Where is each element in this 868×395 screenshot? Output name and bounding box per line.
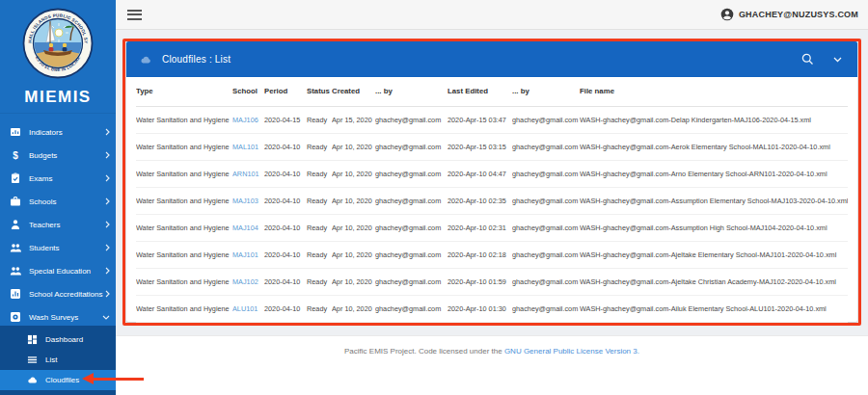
cell-status: Ready xyxy=(307,295,332,322)
dashboard-icon xyxy=(27,334,38,345)
column-header-created-by: ... by xyxy=(375,77,448,106)
collapse-panel-button[interactable] xyxy=(833,57,842,63)
submenu-item-label: List xyxy=(45,356,57,364)
account-circle-icon xyxy=(720,8,734,21)
seal-logo-icon: MARSHALL ISLANDS PUBLIC SCHOOL SYSTEM EJ… xyxy=(22,8,94,79)
table-row[interactable]: Water Sanitation and Hygiene MAJ101 2020… xyxy=(136,241,848,268)
chevron-right-icon xyxy=(105,290,110,298)
column-header-edited-by: ... by xyxy=(512,77,580,106)
cell-edited-by: ghachey@gmail.com xyxy=(512,268,580,295)
sidebar-item-special-education[interactable]: Special Education xyxy=(0,259,116,282)
cell-school-link[interactable]: ALU101 xyxy=(232,295,264,322)
menu-toggle-button[interactable] xyxy=(127,10,142,20)
sidebar: MARSHALL ISLANDS PUBLIC SCHOOL SYSTEM EJ… xyxy=(0,0,116,395)
sidebar-nav: Indicators $ Budgets Exams Schools Teach… xyxy=(0,120,116,329)
cell-file-name: WASH-ghachey@gmail.com-Assumption High S… xyxy=(580,214,848,241)
cell-type: Water Sanitation and Hygiene xyxy=(136,160,232,187)
cell-school-link[interactable]: MAL101 xyxy=(232,133,264,160)
sidebar-item-label: Budgets xyxy=(29,151,57,160)
cell-type: Water Sanitation and Hygiene xyxy=(136,295,232,322)
cell-edited-by: ghachey@gmail.com xyxy=(512,187,580,214)
cloud-icon xyxy=(27,375,38,385)
school-system-seal: MARSHALL ISLANDS PUBLIC SCHOOL SYSTEM EJ… xyxy=(0,0,116,79)
submenu-item-cloudfiles[interactable]: Cloudfiles xyxy=(0,370,116,390)
cell-edited-by: ghachey@gmail.com xyxy=(512,133,580,160)
cell-last-edited: 2020-Apr-10 01:59 xyxy=(448,268,512,295)
cell-period: 2020-04-10 xyxy=(264,295,307,322)
cell-status: Ready xyxy=(307,106,332,133)
chevron-right-icon xyxy=(105,244,110,251)
cell-edited-by: ghachey@gmail.com xyxy=(512,241,580,268)
table-row[interactable]: Water Sanitation and Hygiene MAJ104 2020… xyxy=(136,214,848,241)
cell-created: Apr 10, 2020 xyxy=(332,241,375,268)
sidebar-item-school-accreditations[interactable]: School Accreditations xyxy=(0,282,116,305)
cell-period: 2020-04-15 xyxy=(264,106,307,133)
panel-title: Cloudfiles : List xyxy=(162,54,231,65)
cell-created-by: ghachey@gmail.com xyxy=(375,268,448,295)
cell-school-link[interactable]: MAJ103 xyxy=(232,187,264,214)
sidebar-item-exams[interactable]: Exams xyxy=(0,167,116,190)
cloudfiles-table: Type School Period Status Created ... by… xyxy=(136,77,848,323)
table-row[interactable]: Water Sanitation and Hygiene ARN101 2020… xyxy=(136,160,848,187)
cell-type: Water Sanitation and Hygiene xyxy=(136,133,232,160)
list-icon xyxy=(27,355,38,365)
cell-file-name: WASH-ghachey@gmail.com-Aerok Elementary … xyxy=(580,133,848,160)
footer-license-link[interactable]: GNU General Public License Version 3. xyxy=(504,347,639,356)
table-row[interactable]: Water Sanitation and Hygiene ALU101 2020… xyxy=(136,295,848,322)
search-icon xyxy=(801,53,814,66)
cell-edited-by: ghachey@gmail.com xyxy=(512,160,580,187)
target-icon xyxy=(10,311,21,323)
clipboard-check-icon xyxy=(10,172,21,184)
person-icon xyxy=(10,219,21,230)
cell-last-edited: 2020-Apr-10 02:18 xyxy=(448,241,512,268)
sidebar-item-indicators[interactable]: Indicators xyxy=(0,120,116,144)
sidebar-item-label: Students xyxy=(29,244,60,252)
cell-file-name: WASH-ghachey@gmail.com-Ajeltake Christia… xyxy=(580,268,848,295)
table-row[interactable]: Water Sanitation and Hygiene MAJ106 2020… xyxy=(136,106,848,133)
table-row[interactable]: Water Sanitation and Hygiene MAJ102 2020… xyxy=(136,268,848,295)
submenu-item-dashboard[interactable]: Dashboard xyxy=(0,329,116,350)
cell-created: Apr 10, 2020 xyxy=(332,133,375,160)
user-menu[interactable]: GHACHEY@NUZUSYS.COM xyxy=(720,8,858,21)
sidebar-item-schools[interactable]: Schools xyxy=(0,190,116,213)
cell-period: 2020-04-10 xyxy=(264,241,307,268)
cell-school-link[interactable]: MAJ102 xyxy=(232,268,264,295)
cell-last-edited: 2020-Apr-10 01:30 xyxy=(448,295,512,322)
cell-created: Apr 10, 2020 xyxy=(332,187,375,214)
table-row[interactable]: Water Sanitation and Hygiene MAJ103 2020… xyxy=(136,187,848,214)
submenu-item-label: Dashboard xyxy=(45,335,83,344)
chevron-down-icon xyxy=(833,57,842,63)
cell-created-by: ghachey@gmail.com xyxy=(375,106,448,133)
cell-type: Water Sanitation and Hygiene xyxy=(136,241,232,268)
cell-status: Ready xyxy=(307,133,332,160)
cell-status: Ready xyxy=(307,187,332,214)
cell-type: Water Sanitation and Hygiene xyxy=(136,106,232,133)
submenu-item-list[interactable]: List xyxy=(0,350,116,370)
cell-period: 2020-04-10 xyxy=(264,160,307,187)
footer: Pacific EMIS Project. Code licensed unde… xyxy=(116,335,868,395)
people-icon xyxy=(10,265,21,276)
app-brand: MIEMIS xyxy=(0,88,116,114)
cell-last-edited: 2020-Apr-15 03:47 xyxy=(448,106,512,133)
cell-school-link[interactable]: ARN101 xyxy=(232,160,264,187)
sidebar-item-students[interactable]: Students xyxy=(0,236,116,259)
cell-school-link[interactable]: MAJ104 xyxy=(232,214,264,241)
panel-header: Cloudfiles : List xyxy=(126,41,857,77)
sidebar-item-label: Indicators xyxy=(29,128,63,137)
bar-chart-icon xyxy=(10,288,21,300)
sidebar-item-teachers[interactable]: Teachers xyxy=(0,213,116,236)
column-header-last-edited: Last Edited xyxy=(448,77,512,106)
briefcase-icon xyxy=(10,196,21,207)
cell-created-by: ghachey@gmail.com xyxy=(375,241,448,268)
cell-last-edited: 2020-Apr-10 04:47 xyxy=(448,160,512,187)
sidebar-item-budgets[interactable]: $ Budgets xyxy=(0,144,116,167)
cell-edited-by: ghachey@gmail.com xyxy=(512,214,580,241)
cell-school-link[interactable]: MAJ101 xyxy=(232,241,264,268)
chevron-right-icon xyxy=(105,151,110,159)
topbar: GHACHEY@NUZUSYS.COM xyxy=(116,0,868,30)
cell-created: Apr 10, 2020 xyxy=(332,295,375,322)
cell-school-link[interactable]: MAJ106 xyxy=(232,106,264,133)
search-button[interactable] xyxy=(801,53,814,66)
table-row[interactable]: Water Sanitation and Hygiene MAL101 2020… xyxy=(136,133,848,160)
chevron-right-icon xyxy=(105,267,110,275)
